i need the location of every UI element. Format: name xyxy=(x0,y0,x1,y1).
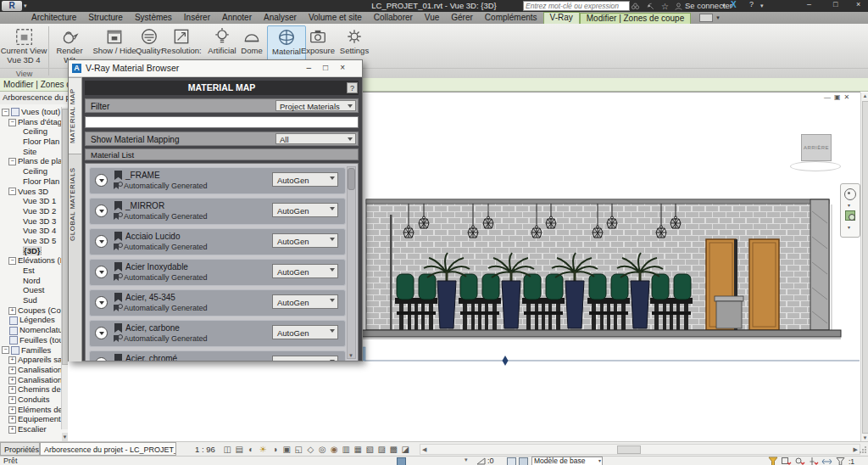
expand-icon[interactable]: + xyxy=(8,386,16,394)
dialog-minimize-button[interactable]: – xyxy=(307,63,324,72)
collapse-icon[interactable]: − xyxy=(8,257,16,265)
material-mode-dropdown[interactable]: AutoGen xyxy=(272,294,338,309)
expand-material-icon[interactable] xyxy=(95,357,108,361)
editable-only-icon[interactable] xyxy=(397,457,406,465)
tree-item-site[interactable]: Site xyxy=(0,147,62,157)
material-row-mirror[interactable]: _MIRRORAutomatically GeneratedAutoGen xyxy=(89,198,346,225)
help-icon[interactable]: ? xyxy=(749,0,754,8)
revit-logo[interactable]: R xyxy=(2,1,22,11)
tree-item-vue-3d-4[interactable]: Vue 3D 4 xyxy=(0,226,62,236)
tab-material-map[interactable]: MATERIAL MAP xyxy=(69,77,81,154)
tree-item-vues-tout[interactable]: −Vues (tout) xyxy=(0,107,62,117)
tree-item-vue-3d-1[interactable]: Vue 3D 1 xyxy=(0,196,62,206)
scrollbar-down-icon[interactable]: ▼ xyxy=(348,353,354,358)
expand-material-icon[interactable] xyxy=(95,296,108,309)
tree-item-nomenclature[interactable]: Nomenclature xyxy=(0,325,62,335)
scale-button[interactable]: 1 : 96 xyxy=(195,445,215,454)
status-caret-icon[interactable]: ▾ xyxy=(465,457,468,463)
wheel-caret-icon[interactable]: ▾ xyxy=(848,202,850,208)
select-pinned-icon[interactable] xyxy=(808,457,820,465)
expand-material-icon[interactable] xyxy=(95,327,108,339)
tree-item-canalisation[interactable]: +Canalisation xyxy=(0,365,62,375)
exchange-apps-icon[interactable]: X xyxy=(731,0,737,9)
menu-tab-ins-rer[interactable]: Insérer xyxy=(178,12,216,24)
menu-tab-g-rer[interactable]: Gérer xyxy=(445,12,479,24)
material-row-acier-inoxydable[interactable]: Acier InoxydableAutomatically GeneratedA… xyxy=(89,259,346,286)
select-underlay-icon[interactable] xyxy=(794,457,806,465)
tree-item-feuilles-tout[interactable]: Feuilles (tout) xyxy=(0,335,62,345)
selection-filter-icon[interactable] xyxy=(767,457,779,465)
hscroll-thumb[interactable] xyxy=(617,445,641,454)
drag-on-selection-icon[interactable] xyxy=(835,457,847,465)
material-list-scrollbar[interactable]: ▼ xyxy=(347,166,356,359)
app-menu-caret-icon[interactable]: ▾ xyxy=(24,3,27,9)
menu-tab-vue[interactable]: Vue xyxy=(419,12,445,24)
tree-item-ceiling[interactable]: Ceiling xyxy=(0,126,62,137)
material-mode-dropdown[interactable]: AutoGen xyxy=(272,203,338,217)
tree-item-chemins-de-c-bles[interactable]: +Chemins de câbles xyxy=(0,384,62,395)
tree-item-equipement-sp-cialis[interactable]: +Equipement spécialisé xyxy=(0,414,62,424)
reveal-constraints-icon[interactable]: ▨ xyxy=(376,444,387,455)
material-mode-dropdown[interactable]: AutoGen xyxy=(272,264,338,278)
menu-tab-architecture[interactable]: Architecture xyxy=(25,12,82,24)
show-rendering-dialog-icon[interactable]: ◫ xyxy=(222,444,233,455)
tree-item-ceiling[interactable]: Ceiling xyxy=(0,166,62,176)
contextual-tab[interactable]: Modifier | Zones de coupe xyxy=(580,13,691,24)
menu-tab-compl-ments[interactable]: Compléments xyxy=(479,12,543,24)
crop-view-icon[interactable]: ▣ xyxy=(281,444,292,455)
menu-tab-analyser[interactable]: Analyser xyxy=(258,12,303,24)
signin-person-icon[interactable] xyxy=(674,0,683,12)
tree-item-floor-plan[interactable]: Floor Plan xyxy=(0,176,62,187)
expand-icon[interactable]: + xyxy=(8,367,16,374)
scroll-up-icon[interactable]: ▲ xyxy=(861,92,868,100)
maximize-button[interactable]: □ xyxy=(833,0,837,8)
signin-caret-icon[interactable]: ▾ xyxy=(722,0,726,12)
material-mode-dropdown[interactable]: AutoGen xyxy=(272,325,338,339)
design-option-select[interactable]: Modèle de base▾ xyxy=(531,457,603,465)
temporary-view-properties-icon[interactable]: ▥ xyxy=(341,444,352,455)
material-row-acier-chrom[interactable]: Acier, chroméAutomatically GeneratedAuto… xyxy=(89,350,346,361)
tree-item-vues-3d[interactable]: −Vues 3D xyxy=(0,187,62,197)
select-by-face-icon[interactable] xyxy=(821,457,833,465)
collapse-icon[interactable]: − xyxy=(8,188,16,195)
locked-3d-view-icon[interactable]: ◇ xyxy=(305,444,316,455)
steering-wheel-icon[interactable] xyxy=(844,188,856,200)
tree-item-familles[interactable]: −Familles xyxy=(0,345,62,356)
close-button[interactable]: × xyxy=(856,0,860,8)
dialog-close-button[interactable]: × xyxy=(340,63,357,72)
material-search-input[interactable] xyxy=(85,116,359,128)
expand-material-icon[interactable] xyxy=(95,204,108,217)
expand-icon[interactable]: + xyxy=(8,426,16,434)
tree-item-vue-3d-5[interactable]: Vue 3D 5 xyxy=(0,236,62,246)
expand-icon[interactable]: + xyxy=(8,396,16,404)
tree-item-plans-d-tage[interactable]: −Plans d'étage xyxy=(0,117,62,127)
expand-material-icon[interactable] xyxy=(95,174,108,187)
sun-path-icon[interactable]: ☀ xyxy=(258,444,269,455)
material-row-acier-carbone[interactable]: Acier, carboneAutomatically GeneratedAut… xyxy=(89,320,346,347)
material-mode-dropdown[interactable]: AutoGen xyxy=(272,356,338,361)
worksets-icon[interactable] xyxy=(507,457,516,465)
tree-item-ouest[interactable]: Ouest xyxy=(0,285,62,295)
tree-item-3d[interactable]: {3D} xyxy=(0,246,62,256)
zoom-caret-icon[interactable]: ▾ xyxy=(848,224,850,230)
minimize-button[interactable]: – xyxy=(807,0,811,8)
tree-item-canalisation-souple[interactable]: +Canalisation souple xyxy=(0,375,62,385)
tree-item-nord[interactable]: Nord xyxy=(0,276,62,286)
tree-item-floor-plan[interactable]: Floor Plan xyxy=(0,137,62,147)
tree-item-plans-de-plaf[interactable]: −Plans de plaf xyxy=(0,156,62,166)
tree-item-sud[interactable]: Sud xyxy=(0,295,62,305)
material-row-acciaio-lucido[interactable]: Acciaio LucidoAutomatically GeneratedAut… xyxy=(89,228,346,255)
menu-tab-collaborer[interactable]: Collaborer xyxy=(368,12,419,24)
menu-tab-annoter[interactable]: Annoter xyxy=(216,12,258,24)
resize-grip[interactable] xyxy=(860,445,868,455)
expand-icon[interactable]: + xyxy=(8,416,16,423)
ribbon-state-button[interactable] xyxy=(699,14,713,22)
tree-item-conduits[interactable]: +Conduits xyxy=(0,395,62,405)
tree-item-l-gendes[interactable]: Légendes xyxy=(0,315,62,325)
workset-editable-icon[interactable] xyxy=(519,457,528,465)
show-crop-region-icon[interactable]: ◱ xyxy=(293,444,304,455)
tree-item-est[interactable]: Est xyxy=(0,266,62,276)
help-button[interactable]: ? xyxy=(347,82,358,93)
collapse-icon[interactable]: − xyxy=(8,119,16,126)
ribbon-state-caret-icon[interactable]: ▾ xyxy=(716,14,720,21)
